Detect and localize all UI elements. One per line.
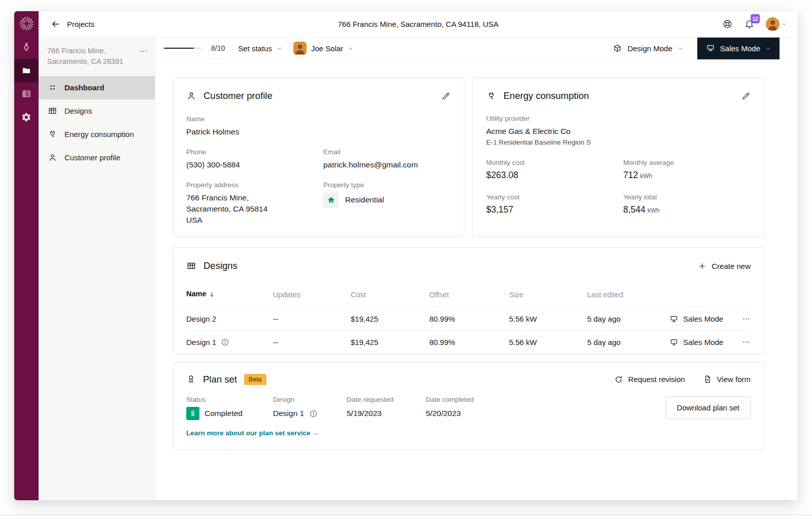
grid-table-icon (47, 106, 57, 116)
card-title: Energy consumption (503, 90, 589, 101)
sidebar-item-label: Designs (64, 107, 92, 115)
chevron-down-icon (348, 46, 353, 51)
ribbon-icon (186, 374, 196, 384)
column-updates[interactable]: Updates (273, 284, 351, 307)
plug-icon (486, 91, 496, 101)
set-status-dropdown[interactable]: Set status (238, 44, 282, 53)
info-icon[interactable] (221, 338, 229, 347)
app-rail (14, 11, 39, 500)
row-menu-button[interactable] (730, 315, 751, 323)
user-menu[interactable] (766, 17, 787, 31)
column-offset[interactable]: Offset (429, 284, 509, 307)
notifications-button[interactable]: 12 (744, 19, 755, 29)
person-icon (47, 153, 57, 162)
sidebar-item-customer-profile[interactable]: Customer profile (39, 146, 155, 169)
sidebar-item-label: Energy consumption (64, 130, 134, 139)
design-size: 5.56 kW (509, 307, 587, 331)
table-header-row: Name Updates Cost Offset Size Last edite… (186, 284, 751, 307)
field-property-address: Property address 766 Francis Mine, Sacra… (186, 181, 323, 226)
edit-pencil-icon[interactable] (441, 91, 451, 101)
main-area: 8/10 Set status (155, 38, 798, 500)
designs-table: Name Updates Cost Offset Size Last edite… (186, 284, 751, 354)
dashboard-content: Customer profile Name (155, 59, 798, 500)
project-menu-button[interactable] (140, 47, 148, 67)
design-mode-button[interactable]: Design Mode (613, 44, 683, 53)
column-cost[interactable]: Cost (351, 284, 429, 307)
energy-consumption-card: Energy consumption Utility provider (472, 77, 764, 237)
user-avatar (766, 17, 780, 31)
card-title: Plan set (203, 374, 237, 385)
status-value: Completed (205, 409, 243, 418)
sales-mode-label: Sales Mode (720, 44, 760, 53)
assignee-name: Joe Solar (311, 44, 343, 53)
column-last-edited[interactable]: Last edited (587, 284, 669, 307)
design-row[interactable]: Design 1 (186, 331, 751, 354)
row-sales-mode-button[interactable]: Sales Mode (669, 315, 730, 324)
sidebar-item-designs[interactable]: Designs (39, 99, 155, 123)
chevron-down-icon (277, 46, 282, 51)
help-lifebuoy-icon[interactable] (722, 19, 733, 29)
design-row[interactable]: Design 2 -- $19,425 80.99% 5.56 kW 5 day… (186, 307, 751, 331)
progress-label: 8/10 (211, 44, 225, 52)
row-sales-mode-button[interactable]: Sales Mode (669, 338, 730, 347)
dashboard-dots-icon (47, 83, 57, 92)
person-star-icon (21, 42, 31, 52)
design-cost: $19,425 (351, 331, 429, 354)
rail-item-projects[interactable] (14, 59, 39, 82)
app-window: Projects 766 Francis Mine, Sacramento, C… (14, 11, 798, 500)
chevron-down-icon (782, 22, 787, 27)
edit-pencil-icon[interactable] (741, 91, 751, 101)
project-name: 766 Francis Mine, Sacramento, CA 28391 (47, 46, 136, 67)
assignee-dropdown[interactable]: Joe Solar (293, 42, 353, 55)
project-panel: 766 Francis Mine, Sacramento, CA 28391 (39, 38, 155, 500)
plan-set-card: Plan set Beta R (173, 362, 764, 450)
sidebar-item-energy-consumption[interactable]: Energy consumption (39, 123, 155, 146)
set-status-label: Set status (238, 44, 272, 53)
field-email: Email patrick.holmes@gmail.com (323, 148, 451, 170)
row-mode-label: Sales Mode (683, 315, 723, 323)
create-new-label: Create new (712, 262, 751, 270)
sidebar-item-dashboard[interactable]: Dashboard (39, 76, 155, 99)
info-icon[interactable] (309, 409, 318, 418)
design-mode-label: Design Mode (627, 44, 672, 53)
page-title: 766 Francis Mine, Sacramento, CA 94118, … (39, 20, 798, 28)
column-name[interactable]: Name (186, 284, 273, 307)
design-updates: -- (273, 307, 351, 331)
field-design: Design Design 1 (273, 396, 347, 421)
design-offset: 80.99% (429, 307, 509, 331)
designs-card: Designs Create new (173, 247, 764, 355)
row-mode-label: Sales Mode (683, 338, 723, 347)
sales-mode-button[interactable]: Sales Mode (697, 38, 780, 59)
header-actions: 12 (722, 17, 787, 31)
stat-yearly-total: Yearly total 8,544kWh (623, 193, 751, 215)
field-phone: Phone (530) 300-5884 (186, 148, 323, 170)
card-title: Designs (204, 260, 238, 271)
field-name: Name Patrick Holmes (186, 115, 323, 137)
field-status: Status Completed (186, 396, 273, 421)
column-size[interactable]: Size (509, 284, 587, 307)
rail-item-settings[interactable] (14, 106, 39, 129)
request-revision-button[interactable]: Request revision (614, 375, 685, 384)
folder-icon (21, 65, 31, 76)
stat-monthly-average: Monthly average 712kWh (623, 159, 751, 181)
presentation-screen-icon (706, 44, 715, 53)
download-plan-set-button[interactable]: Download plan set (666, 396, 751, 419)
view-form-label: View form (717, 375, 751, 384)
back-to-projects[interactable]: Projects (51, 19, 94, 29)
project-toolbar: 8/10 Set status (155, 38, 798, 59)
chevron-down-icon (765, 46, 771, 51)
assignee-avatar (293, 42, 307, 55)
beta-badge: Beta (244, 374, 266, 385)
view-form-button[interactable]: View form (703, 375, 751, 384)
bottom-divider (0, 514, 812, 515)
sidebar-item-label: Dashboard (64, 83, 104, 92)
brand-logo[interactable] (14, 11, 39, 36)
rail-item-records[interactable] (14, 82, 39, 106)
create-new-design-button[interactable]: Create new (698, 262, 751, 270)
rail-item-leads[interactable] (14, 36, 39, 59)
plan-set-learn-more-link[interactable]: Learn more about our plan set service → (186, 429, 319, 437)
row-menu-button[interactable] (730, 338, 751, 347)
grid-table-icon (186, 261, 196, 271)
property-type-value: Residential (345, 194, 384, 205)
notification-badge: 12 (751, 14, 760, 23)
